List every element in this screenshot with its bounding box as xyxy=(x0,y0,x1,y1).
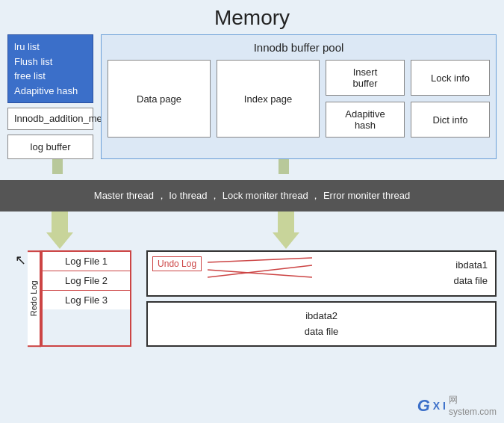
redo-label: Redo Log xyxy=(28,250,41,347)
dict-info-box: Dict info xyxy=(411,102,490,138)
bp-right: Insertbuffer Lock info Adapitivehash Dic… xyxy=(326,60,490,138)
thread-bar: Master thread ， Io thread ， Lock moniter… xyxy=(0,180,504,212)
page-title: Memory xyxy=(0,0,504,34)
log-buffer-box: log buffer xyxy=(7,135,93,159)
watermark: G X I 网system.com xyxy=(417,394,497,417)
free-list-item: free list xyxy=(14,69,87,84)
ibdata-area: Undo Log ibdata1 data file ibdata2 data … xyxy=(146,250,497,347)
index-page-label: Index page xyxy=(244,93,292,105)
cursor-icon: ↖ xyxy=(15,252,26,268)
insert-buffer-box: Insertbuffer xyxy=(326,60,405,96)
lock-info-label: Lock info xyxy=(431,72,470,84)
log-file-2-row: Log File 2 xyxy=(43,271,130,291)
lock-info-box: Lock info xyxy=(411,60,490,96)
innodb-addition-box: Innodb_addition_mem_pool_size xyxy=(7,108,93,130)
undo-log-tag: Undo Log xyxy=(152,256,202,271)
undo-log-label: Undo Log xyxy=(158,259,196,269)
dict-info-label: Dict info xyxy=(433,114,468,126)
redo-log-section: ↖ Redo Log Log File 1 Log File 2 Log Fil… xyxy=(15,250,131,347)
flush-list-item: Flush list xyxy=(14,55,87,70)
data-page-box: Data page xyxy=(108,60,211,138)
index-page-box: Index page xyxy=(217,60,320,138)
watermark-xi-letters: X I xyxy=(433,400,446,412)
watermark-net-text: 网system.com xyxy=(449,394,497,417)
redo-log-files: Redo Log Log File 1 Log File 2 Log File … xyxy=(28,250,131,347)
ibdata1-box: Undo Log ibdata1 data file xyxy=(146,250,497,297)
buffer-pool-grid: Data page Index page Insertbuffer Lock i… xyxy=(108,60,490,138)
ibdata2-line2: data file xyxy=(155,324,488,340)
log-files-list: Log File 1 Log File 2 Log File 3 xyxy=(41,250,131,347)
log-file-3-row: Log File 3 xyxy=(43,291,130,309)
log-file-1-row: Log File 1 xyxy=(43,252,130,271)
watermark-net-domain: system.com xyxy=(449,407,497,417)
ibdata1-line1: ibdata1 xyxy=(215,258,488,274)
thread-bar-text: Master thread ， Io thread ， Lock moniter… xyxy=(94,190,410,201)
adaptive-hash-label: Adapitivehash xyxy=(345,108,385,131)
right-big-arrow xyxy=(273,212,299,249)
lru-list-item: lru list xyxy=(14,40,87,55)
log-file-2-label: Log File 2 xyxy=(65,275,108,286)
ibdata1-line2: data file xyxy=(215,274,488,289)
left-sidebar: lru list Flush list free list Adapitive … xyxy=(7,34,93,159)
bottom-arrows-row xyxy=(0,212,504,249)
redo-label-text: Redo Log xyxy=(29,281,38,317)
buffer-pool-title: Innodb buffer pool xyxy=(108,41,490,54)
bp-left: Data page Index page xyxy=(108,60,320,138)
log-file-1-label: Log File 1 xyxy=(65,256,108,267)
ibdata2-text: ibdata2 data file xyxy=(155,309,488,340)
insert-buffer-label: Insertbuffer xyxy=(352,67,377,89)
log-file-3-label: Log File 3 xyxy=(65,294,108,306)
log-buffer-label: log buffer xyxy=(31,141,71,152)
left-big-arrow xyxy=(46,212,73,249)
ibdata2-line1: ibdata2 xyxy=(155,309,488,324)
bottom-content: ↖ Redo Log Log File 1 Log File 2 Log Fil… xyxy=(0,250,504,347)
buffer-pool-container: Innodb buffer pool Data page Index page … xyxy=(101,34,497,159)
right-down-arrow-top xyxy=(273,159,295,174)
ibdata2-box: ibdata2 data file xyxy=(146,301,497,348)
left-down-arrow-top xyxy=(46,159,69,174)
ibdata1-text: ibdata1 data file xyxy=(155,258,488,289)
watermark-g-letter: G xyxy=(417,396,430,416)
data-page-label: Data page xyxy=(137,93,181,105)
lru-box: lru list Flush list free list Adapitive … xyxy=(7,34,93,103)
adaptive-hash-item: Adapitive hash xyxy=(14,84,87,99)
adaptive-hash-box: Adapitivehash xyxy=(326,102,405,138)
